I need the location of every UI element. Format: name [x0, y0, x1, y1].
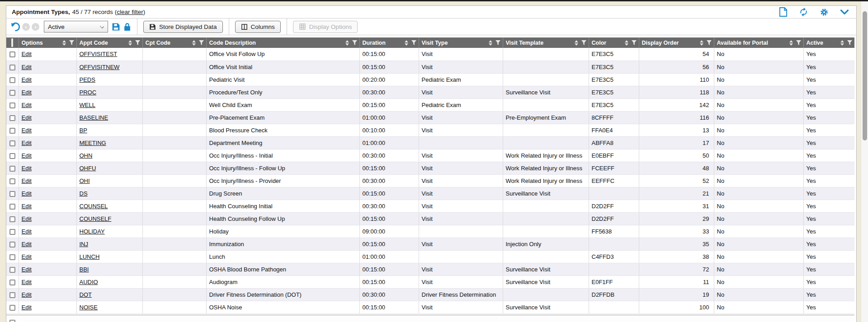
- column-header-label[interactable]: Visit Type: [422, 40, 487, 46]
- edit-link[interactable]: Edit: [22, 241, 32, 247]
- appt-code-link[interactable]: BP: [80, 127, 87, 134]
- save-filter-icon[interactable]: [112, 23, 120, 31]
- column-header-label[interactable]: Appt Code: [80, 40, 127, 46]
- row-checkbox[interactable]: [9, 166, 15, 172]
- edit-link[interactable]: Edit: [22, 140, 32, 146]
- row-checkbox[interactable]: [9, 90, 15, 96]
- edit-link[interactable]: Edit: [22, 51, 32, 57]
- row-checkbox[interactable]: [9, 267, 15, 273]
- appt-code-link[interactable]: HOLIDAY: [80, 228, 105, 235]
- sort-icon[interactable]: [62, 40, 66, 46]
- edit-link[interactable]: Edit: [22, 253, 32, 260]
- filter-funnel-icon[interactable]: [135, 40, 140, 45]
- appt-code-link[interactable]: OHI: [80, 177, 90, 184]
- column-header[interactable]: Active: [803, 37, 854, 48]
- appt-code-link[interactable]: OHN: [80, 152, 93, 159]
- column-header-label[interactable]: Code Description: [209, 40, 344, 46]
- column-header[interactable]: Options: [19, 37, 76, 48]
- column-header[interactable]: Code Description: [206, 37, 359, 48]
- column-header-label[interactable]: Color: [592, 40, 623, 46]
- column-header-label[interactable]: Active: [807, 40, 839, 46]
- edit-link[interactable]: Edit: [22, 102, 32, 108]
- column-header[interactable]: Visit Type: [419, 37, 503, 48]
- column-header-label[interactable]: Cpt Code: [146, 40, 190, 46]
- column-header-label[interactable]: Available for Portal: [717, 40, 788, 46]
- sort-icon[interactable]: [345, 40, 349, 46]
- vertical-scrollbar[interactable]: [861, 1, 868, 322]
- appt-code-link[interactable]: OFFVISITEST: [80, 51, 118, 57]
- filter-funnel-icon[interactable]: [199, 40, 204, 45]
- scrollbar-thumb[interactable]: [863, 11, 867, 140]
- edit-link[interactable]: Edit: [22, 127, 32, 134]
- column-header-label[interactable]: Duration: [363, 40, 403, 46]
- row-checkbox[interactable]: [9, 153, 15, 159]
- column-header[interactable]: Visit Template: [503, 37, 589, 48]
- appt-code-link[interactable]: DS: [80, 190, 88, 197]
- sort-icon[interactable]: [128, 40, 132, 46]
- select-all-checkbox[interactable]: [11, 38, 13, 47]
- edit-link[interactable]: Edit: [22, 304, 32, 311]
- column-header-label[interactable]: Display Order: [642, 40, 698, 46]
- row-checkbox[interactable]: [9, 229, 15, 235]
- chevron-down-icon[interactable]: [840, 9, 849, 16]
- filter-funnel-icon[interactable]: [847, 40, 852, 45]
- sort-icon[interactable]: [192, 40, 196, 46]
- sort-icon[interactable]: [840, 40, 844, 46]
- appt-code-link[interactable]: BBI: [80, 266, 89, 273]
- next-page-icon[interactable]: ›: [32, 23, 39, 31]
- sort-icon[interactable]: [789, 40, 793, 46]
- column-header[interactable]: Available for Portal: [714, 37, 803, 48]
- column-header[interactable]: Color: [589, 37, 639, 48]
- row-checkbox[interactable]: [9, 204, 15, 210]
- row-checkbox[interactable]: [9, 77, 15, 83]
- row-checkbox[interactable]: [9, 65, 15, 70]
- edit-link[interactable]: Edit: [22, 215, 32, 222]
- appt-code-link[interactable]: OHFU: [80, 165, 96, 172]
- edit-link[interactable]: Edit: [22, 114, 32, 121]
- store-displayed-data-button[interactable]: Store Displayed Data: [143, 21, 223, 33]
- appt-code-link[interactable]: PEDS: [80, 76, 95, 83]
- lock-icon[interactable]: [123, 23, 131, 31]
- row-checkbox[interactable]: [9, 103, 15, 108]
- filter-funnel-icon[interactable]: [352, 40, 357, 45]
- edit-link[interactable]: Edit: [22, 76, 32, 83]
- edit-link[interactable]: Edit: [22, 228, 32, 235]
- clear-filter-link[interactable]: clear filter: [117, 9, 143, 15]
- edit-link[interactable]: Edit: [22, 291, 32, 298]
- sort-icon[interactable]: [489, 40, 492, 46]
- edit-link[interactable]: Edit: [22, 89, 32, 96]
- column-header[interactable]: Cpt Code: [142, 37, 206, 48]
- appt-code-link[interactable]: COUNSEL: [80, 203, 108, 210]
- column-header[interactable]: Display Order: [639, 37, 714, 48]
- row-checkbox[interactable]: [9, 280, 15, 285]
- edit-link[interactable]: Edit: [22, 165, 32, 172]
- row-checkbox[interactable]: [9, 178, 15, 184]
- appt-code-link[interactable]: INJ: [80, 241, 89, 247]
- appt-code-link[interactable]: MEETING: [80, 140, 106, 146]
- appt-code-link[interactable]: OFFVISITNEW: [80, 64, 120, 70]
- filter-funnel-icon[interactable]: [69, 40, 74, 45]
- filter-funnel-icon[interactable]: [495, 40, 500, 45]
- row-checkbox[interactable]: [9, 320, 15, 322]
- row-checkbox[interactable]: [9, 115, 15, 121]
- sort-icon[interactable]: [625, 40, 628, 46]
- filter-funnel-icon[interactable]: [796, 40, 801, 45]
- appt-code-link[interactable]: LUNCH: [80, 253, 100, 260]
- row-checkbox[interactable]: [9, 305, 15, 311]
- refresh-icon[interactable]: [799, 7, 808, 17]
- filter-funnel-icon[interactable]: [581, 40, 586, 45]
- gear-icon[interactable]: [820, 8, 829, 17]
- row-checkbox[interactable]: [9, 191, 15, 197]
- sort-icon[interactable]: [700, 40, 703, 46]
- row-checkbox[interactable]: [9, 216, 15, 222]
- edit-link[interactable]: Edit: [22, 152, 32, 159]
- columns-button[interactable]: Columns: [235, 21, 281, 33]
- sort-icon[interactable]: [575, 40, 578, 46]
- appt-code-link[interactable]: BASELINE: [80, 114, 108, 121]
- edit-link[interactable]: Edit: [22, 203, 32, 210]
- row-checkbox[interactable]: [9, 254, 15, 260]
- filter-funnel-icon[interactable]: [632, 40, 637, 45]
- column-header-label[interactable]: Options: [22, 40, 61, 46]
- prev-page-icon[interactable]: ‹: [22, 23, 30, 31]
- column-header[interactable]: Duration: [359, 37, 419, 48]
